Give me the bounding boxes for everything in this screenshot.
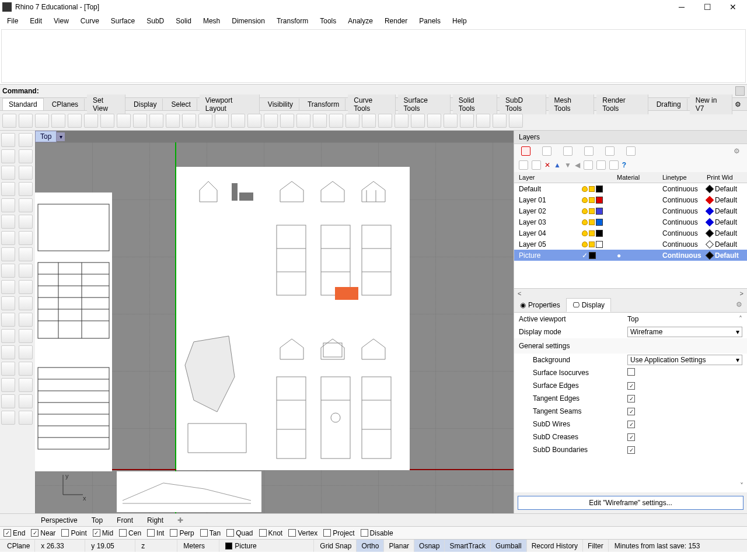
status-smarttrack[interactable]: SmartTrack <box>445 540 491 552</box>
move-icon[interactable] <box>1 231 15 245</box>
scroll-up-icon[interactable]: ˄ <box>739 315 742 323</box>
undo-icon[interactable] <box>133 114 147 128</box>
layer-row[interactable]: Layer 04Continuous Default <box>514 228 747 239</box>
redo-icon[interactable] <box>149 114 163 128</box>
col-layer-header[interactable]: Layer <box>516 174 582 181</box>
tab-display[interactable]: 🖵 Display <box>566 298 611 312</box>
checkbox-surface-edges[interactable] <box>627 382 635 390</box>
osnap-knot[interactable]: Knot <box>259 529 283 537</box>
align-icon[interactable] <box>19 378 33 392</box>
viewport-top[interactable]: y x <box>35 142 514 513</box>
ellipse-icon[interactable] <box>19 166 33 180</box>
pan-icon[interactable] <box>166 114 180 128</box>
toolbar-tab-display[interactable]: Display <box>128 99 163 110</box>
menu-analyze[interactable]: Analyze <box>343 16 378 26</box>
tools-icon[interactable] <box>596 160 606 170</box>
hatch-icon[interactable] <box>19 411 33 425</box>
new-layer-icon[interactable] <box>519 160 528 170</box>
join-icon[interactable] <box>19 296 33 310</box>
layer-linetype[interactable]: Continuous <box>662 207 707 215</box>
toolbar-tab-set-view[interactable]: Set View <box>87 94 125 114</box>
status-planar[interactable]: Planar <box>384 540 414 552</box>
menu-file[interactable]: File <box>2 16 23 26</box>
osnap-end[interactable]: End <box>4 529 25 537</box>
rectangle-icon[interactable] <box>1 182 15 196</box>
toolbar-tab-select[interactable]: Select <box>165 99 197 110</box>
arc-icon[interactable] <box>19 215 33 229</box>
visibility-icon[interactable] <box>582 219 588 225</box>
color-swatch[interactable] <box>596 197 603 204</box>
layer-print[interactable]: Default <box>707 218 745 226</box>
checkbox-surface-isocurves[interactable] <box>627 368 635 376</box>
osnap-perp[interactable]: Perp <box>170 529 194 537</box>
menu-panels[interactable]: Panels <box>414 16 445 26</box>
zoom-dynamic-icon[interactable] <box>198 114 212 128</box>
osnap-tan[interactable]: Tan <box>200 529 221 537</box>
toolbar-tab-surface-tools[interactable]: Surface Tools <box>398 94 451 114</box>
layer-scroll[interactable]: <> <box>514 288 747 298</box>
visibility-icon[interactable] <box>582 242 588 247</box>
panel-gear-icon[interactable]: ⚙ <box>734 147 740 155</box>
status-record-history[interactable]: Record History <box>527 540 583 552</box>
view-tab-perspective[interactable]: Perspective <box>41 516 78 524</box>
lock-icon[interactable] <box>427 114 441 128</box>
zoom-extents-icon[interactable] <box>215 114 229 128</box>
menu-dimension[interactable]: Dimension <box>227 16 270 26</box>
status-current-layer[interactable]: Picture <box>221 540 314 552</box>
visibility-icon[interactable] <box>582 186 588 192</box>
toolbar-tab-new-in-v7[interactable]: New in V7 <box>690 94 732 114</box>
osnap-project[interactable]: Project <box>323 529 354 537</box>
osnap-point[interactable]: Point <box>61 529 86 537</box>
point-icon[interactable] <box>1 198 15 212</box>
col-printwid-header[interactable]: Print Wid <box>707 174 745 181</box>
osnap-near[interactable]: Near <box>31 529 55 537</box>
offset-icon[interactable] <box>19 313 33 327</box>
extend-icon[interactable] <box>1 280 15 294</box>
menu-view[interactable]: View <box>49 16 74 26</box>
toolbar-tab-drafting[interactable]: Drafting <box>651 99 687 110</box>
boolean-icon[interactable] <box>1 362 15 376</box>
layer-print[interactable]: Default <box>707 251 745 260</box>
color-swatch[interactable] <box>596 208 603 215</box>
show-icon[interactable] <box>411 114 425 128</box>
sweep-icon[interactable] <box>1 345 15 359</box>
render-preview-icon[interactable] <box>329 114 343 128</box>
toolbar-tab-viewport-layout[interactable]: Viewport Layout <box>200 94 260 114</box>
tab-properties[interactable]: ◉ Properties <box>514 298 566 312</box>
layer-material[interactable]: ● <box>617 251 662 260</box>
checkbox-subd-creases[interactable] <box>627 433 635 441</box>
menu-transform[interactable]: Transform <box>272 16 313 26</box>
text-icon[interactable] <box>19 198 33 212</box>
array-icon[interactable] <box>1 378 15 392</box>
polyline-icon[interactable] <box>1 149 15 163</box>
visibility-icon[interactable] <box>582 208 588 214</box>
maximize-button[interactable]: ☐ <box>699 1 715 13</box>
status-osnap[interactable]: Osnap <box>414 540 445 552</box>
render-icon[interactable] <box>345 114 359 128</box>
status-units[interactable]: Meters <box>179 540 219 552</box>
view-tab-top[interactable]: Top <box>92 516 103 524</box>
ungroup-icon[interactable] <box>19 394 33 408</box>
osnap-vertex[interactable]: Vertex <box>288 529 317 537</box>
view-tab-front[interactable]: Front <box>117 516 133 524</box>
visibility-icon[interactable] <box>582 230 588 236</box>
layer-linetype[interactable]: Continuous <box>662 251 707 260</box>
open-icon[interactable] <box>19 114 33 128</box>
toolbar-tab-standard[interactable]: Standard <box>2 98 44 110</box>
rotate-icon[interactable] <box>1 247 15 261</box>
help-icon[interactable] <box>476 114 490 128</box>
hide-icon[interactable] <box>395 114 409 128</box>
filter-icon[interactable] <box>584 160 593 170</box>
scroll-down-icon[interactable]: ˅ <box>740 482 743 490</box>
col-material-header[interactable]: Material <box>617 174 662 181</box>
layer-print[interactable]: Default <box>707 196 745 204</box>
color-swatch[interactable] <box>596 219 603 226</box>
layer-linetype[interactable]: Continuous <box>662 196 707 204</box>
osnap-cen[interactable]: Cen <box>119 529 141 537</box>
layer-print[interactable]: Default <box>707 229 745 237</box>
extrude-icon[interactable] <box>1 329 15 343</box>
save-icon[interactable] <box>35 114 49 128</box>
delete-layer-icon[interactable]: ✕ <box>544 161 550 169</box>
checkbox-subd-wires[interactable] <box>627 421 635 428</box>
menu-help[interactable]: Help <box>448 16 472 26</box>
